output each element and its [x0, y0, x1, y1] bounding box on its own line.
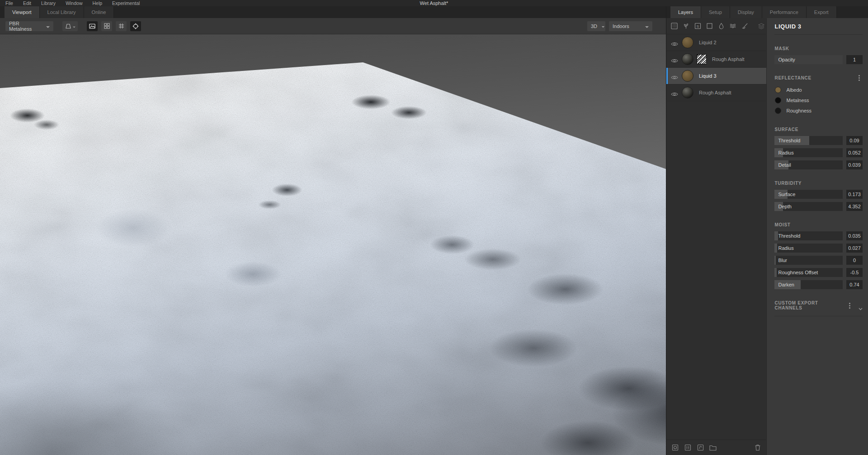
- roughness-offset-slider[interactable]: Roughness Offset: [774, 268, 843, 277]
- layer-thumbnail[interactable]: [682, 37, 693, 48]
- layer-row-liquid-3[interactable]: Liquid 3: [666, 68, 766, 84]
- layer-name: Liquid 3: [699, 73, 717, 79]
- tab-viewport[interactable]: Viewport: [5, 6, 40, 18]
- solid-layer-icon[interactable]: [706, 22, 713, 30]
- layer-thumbnail[interactable]: [682, 70, 693, 82]
- metalness-swatch[interactable]: [775, 97, 781, 103]
- turbidity-depth-value-input[interactable]: 4.352: [846, 202, 863, 211]
- radius-slider[interactable]: Radius: [774, 148, 843, 157]
- menubar: File Edit Library Window Help Experiment…: [0, 0, 868, 6]
- menu-file[interactable]: File: [0, 0, 18, 6]
- roughness-swatch[interactable]: [775, 108, 781, 114]
- blur-slider[interactable]: Blur: [774, 256, 843, 265]
- layer-row-liquid-2[interactable]: Liquid 2: [666, 34, 766, 51]
- detail-value-input[interactable]: 0.039: [846, 160, 863, 169]
- visibility-eye-icon[interactable]: [671, 74, 678, 79]
- channel-label: Roughness: [786, 108, 811, 113]
- visibility-eye-icon[interactable]: [671, 40, 678, 45]
- application-window: File Edit Library Window Help Experiment…: [0, 0, 868, 455]
- section-divider: [774, 316, 863, 316]
- mask-section: MASK Opacity 1: [774, 46, 863, 64]
- layer-name: Rough Asphalt: [712, 56, 745, 62]
- slider-darken: Darken 0.74: [774, 280, 863, 289]
- moist-threshold-value-input[interactable]: 0.035: [846, 231, 863, 240]
- slider-label: Opacity: [778, 55, 795, 64]
- kebab-menu-icon[interactable]: [859, 77, 860, 79]
- moist-section-label: MOIST: [774, 222, 863, 227]
- tab-online[interactable]: Online: [84, 6, 114, 18]
- moist-section: MOIST Threshold 0.035 Radius 0.02: [774, 222, 863, 289]
- chevron-down-icon[interactable]: [859, 304, 863, 307]
- viewport-canvas[interactable]: [0, 34, 666, 455]
- blur-value-input[interactable]: 0: [846, 256, 863, 265]
- liquid-layer-icon[interactable]: [717, 22, 725, 30]
- layer-thumbnail[interactable]: [682, 87, 693, 99]
- channel-metalness[interactable]: Metalness: [775, 95, 863, 105]
- tiles-view-button[interactable]: [101, 21, 112, 31]
- moist-threshold-slider[interactable]: Threshold: [774, 231, 843, 240]
- layer-mask-thumbnail[interactable]: [697, 54, 707, 64]
- environment-dropdown[interactable]: Indoors: [609, 21, 652, 31]
- moist-radius-value-input[interactable]: 0.027: [846, 244, 863, 253]
- kebab-menu-icon[interactable]: [849, 305, 850, 306]
- menu-experimental[interactable]: Experimental: [107, 0, 145, 6]
- opacity-slider[interactable]: Opacity: [774, 55, 843, 64]
- menu-help[interactable]: Help: [87, 0, 107, 6]
- plant-scatter-icon[interactable]: [682, 22, 690, 30]
- layer-row-rough-asphalt-1[interactable]: Rough Asphalt: [666, 51, 766, 68]
- dimension-mode-dropdown[interactable]: 3D: [587, 21, 605, 31]
- slider-surface-detail: Detail 0.039: [774, 160, 863, 169]
- slider-label: Depth: [778, 202, 791, 211]
- turbidity-depth-slider[interactable]: Depth: [774, 202, 843, 211]
- folder-icon[interactable]: [709, 444, 717, 451]
- visibility-eye-icon[interactable]: [671, 57, 678, 62]
- chevron-down-icon: [598, 24, 604, 28]
- image-view-icon: [89, 23, 95, 29]
- layer-name: Liquid 2: [699, 40, 717, 45]
- slider-turbidity-depth: Depth 4.352: [774, 202, 863, 211]
- chevron-down-icon: [73, 23, 75, 29]
- reflectance-section-label: REFLECTANCE: [774, 75, 811, 80]
- albedo-swatch[interactable]: [775, 87, 781, 93]
- surface-section-label: SURFACE: [774, 127, 863, 132]
- adjustment-bars-icon[interactable]: [684, 444, 691, 451]
- chevron-down-icon: [42, 23, 50, 29]
- slider-label: Blur: [778, 256, 787, 265]
- channel-roughness[interactable]: Roughness: [775, 105, 863, 116]
- slider-label: Surface: [778, 190, 795, 199]
- turbidity-surface-value-input[interactable]: 0.173: [846, 190, 863, 199]
- threshold-value-input[interactable]: 0.09: [846, 136, 863, 145]
- image-view-button[interactable]: [87, 21, 98, 31]
- darken-slider[interactable]: Darken: [774, 280, 843, 289]
- paint-layer-icon[interactable]: [741, 22, 749, 30]
- opacity-value-input[interactable]: 1: [846, 55, 863, 64]
- atlas-grid-icon[interactable]: [670, 22, 678, 30]
- curve-adjustment-icon[interactable]: [697, 444, 704, 451]
- menu-window[interactable]: Window: [61, 0, 87, 6]
- grid-overlay-button[interactable]: [116, 21, 127, 31]
- layer-stack-icon[interactable]: [757, 22, 765, 30]
- darken-value-input[interactable]: 0.74: [846, 280, 863, 289]
- waves-icon[interactable]: [729, 22, 737, 30]
- threshold-slider[interactable]: Threshold: [774, 136, 843, 145]
- slider-surface-threshold: Threshold 0.09: [774, 136, 863, 145]
- moist-radius-slider[interactable]: Radius: [774, 244, 843, 253]
- trash-icon[interactable]: [754, 444, 761, 451]
- tab-local-library[interactable]: Local Library: [40, 6, 84, 18]
- shader-shape-button[interactable]: [62, 21, 78, 31]
- channel-albedo[interactable]: Albedo: [775, 84, 863, 95]
- material-mode-dropdown[interactable]: PBR Metalness: [5, 21, 53, 31]
- solid-fill-layer-icon[interactable]: [671, 444, 679, 451]
- layer-row-rough-asphalt-2[interactable]: Rough Asphalt: [666, 84, 766, 101]
- layer-thumbnail[interactable]: [682, 53, 693, 65]
- focus-target-button[interactable]: [130, 21, 141, 31]
- smart-material-icon[interactable]: S: [694, 22, 702, 30]
- menu-edit[interactable]: Edit: [18, 0, 36, 6]
- visibility-eye-icon[interactable]: [671, 90, 678, 95]
- radius-value-input[interactable]: 0.052: [846, 148, 863, 157]
- detail-slider[interactable]: Detail: [774, 160, 843, 169]
- layer-name: Rough Asphalt: [699, 90, 731, 95]
- turbidity-surface-slider[interactable]: Surface: [774, 190, 843, 199]
- roughness-offset-value-input[interactable]: -0.5: [846, 268, 863, 277]
- menu-library[interactable]: Library: [36, 0, 61, 6]
